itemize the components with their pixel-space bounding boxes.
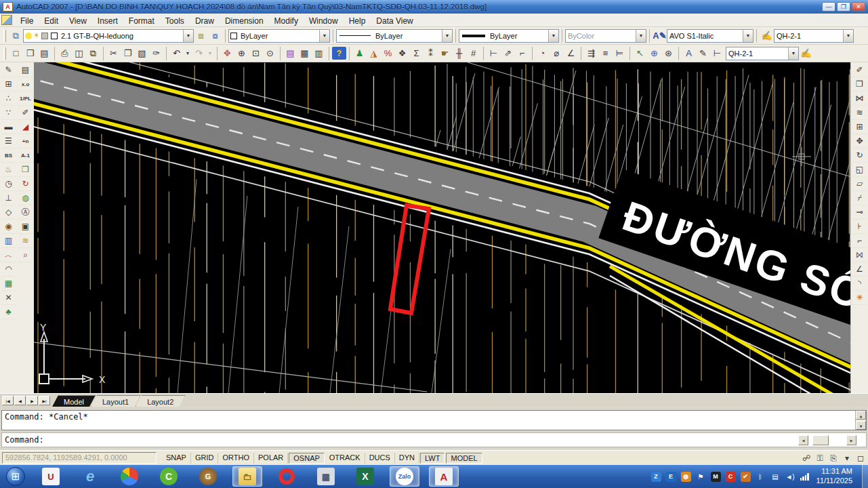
dim-linear-icon[interactable]: ⊢ xyxy=(487,46,501,60)
rotate-cw-icon[interactable]: ↻ xyxy=(18,177,33,191)
dim-style-dropdown[interactable]: ▼ xyxy=(843,30,853,42)
post-icon[interactable]: ⊥ xyxy=(1,191,16,205)
taskbar-unikey[interactable]: U xyxy=(36,466,66,487)
bs-tool[interactable]: BS xyxy=(1,148,16,163)
menu-tools[interactable]: Tools xyxy=(160,15,190,27)
dim-update-icon[interactable]: ✍ xyxy=(799,46,813,60)
tab-nav-last[interactable]: ▶| xyxy=(39,396,50,405)
cross-cut-icon[interactable]: ✕ xyxy=(1,291,16,305)
scroll-left-icon[interactable]: ◀ xyxy=(798,435,808,445)
trim-icon[interactable]: ⌿ xyxy=(852,191,867,205)
arc-tool-icon[interactable]: ◠ xyxy=(1,262,16,277)
menu-modify[interactable]: Modify xyxy=(269,15,304,27)
sigma-icon[interactable]: Σ xyxy=(409,46,423,60)
menu-draw[interactable]: Draw xyxy=(190,15,220,27)
edge-tray-icon[interactable]: E xyxy=(666,472,676,482)
grid-hash-icon[interactable]: # xyxy=(466,46,480,60)
taskbar-chrome[interactable] xyxy=(115,466,144,487)
cut-icon[interactable]: ✂ xyxy=(106,46,121,60)
notes-icon[interactable]: ▤ xyxy=(770,472,781,482)
tab-nav-prev[interactable]: ◀ xyxy=(14,396,26,405)
color-combo-dropdown[interactable]: ▼ xyxy=(319,30,329,42)
zoom-window-icon[interactable]: ⊡ xyxy=(249,46,263,60)
toolbar-lock-icon[interactable]: ⚿ xyxy=(814,453,825,463)
extend-icon[interactable]: ⊸ xyxy=(852,205,867,220)
defender-icon[interactable]: ✔ xyxy=(741,472,751,482)
dim-aligned-icon[interactable]: ⇗ xyxy=(501,46,515,60)
tab-layout1[interactable]: Layout1 xyxy=(91,395,140,407)
menu-help[interactable]: Help xyxy=(344,15,371,27)
dim-style-combo-2[interactable]: QH-2-1 ▼ xyxy=(726,47,799,60)
surveyor-icon[interactable]: ♟ xyxy=(352,46,367,60)
dim-style-2-dropdown[interactable]: ▼ xyxy=(788,47,798,60)
open-icon[interactable]: ❒ xyxy=(23,46,37,60)
book-icon[interactable]: ▥ xyxy=(1,234,16,248)
diamond-icon[interactable]: ◇ xyxy=(1,205,16,220)
explode-icon[interactable]: ✳ xyxy=(852,291,867,305)
toggle-snap[interactable]: SNAP xyxy=(162,453,191,464)
image-frame-icon[interactable]: ▣ xyxy=(18,220,33,234)
copy-icon[interactable]: ❐ xyxy=(852,77,867,92)
dim-style-icon[interactable]: ✍ xyxy=(760,28,774,43)
tab-nav-next[interactable]: ▶ xyxy=(26,396,38,405)
taskbar-coccoc[interactable]: C xyxy=(154,466,184,487)
rotate-icon[interactable]: ↻ xyxy=(852,148,867,163)
toggle-dyn[interactable]: DYN xyxy=(395,453,419,464)
xo-tool[interactable]: x.o xyxy=(18,77,33,92)
dim-center-icon[interactable]: ⊕ xyxy=(647,46,661,60)
letter-a-box-icon[interactable]: Ⓐ xyxy=(18,205,33,220)
frame-abc-icon[interactable]: ❖ xyxy=(395,46,409,60)
menu-file[interactable]: File xyxy=(15,15,39,27)
toggle-grid[interactable]: GRID xyxy=(191,453,219,464)
redo-dropdown-icon[interactable]: ▾ xyxy=(206,46,214,60)
save-icon[interactable]: ▤ xyxy=(37,46,51,60)
erase-icon[interactable]: ✐ xyxy=(852,63,867,77)
points-down-icon[interactable]: ∵ xyxy=(1,106,16,120)
action-center-icon[interactable]: ⚑ xyxy=(696,472,706,482)
taskbar-autocad[interactable]: A xyxy=(429,466,459,487)
undo-dropdown-icon[interactable]: ▾ xyxy=(184,46,192,60)
color-combo[interactable]: ByLayer ▼ xyxy=(228,29,330,43)
coordinate-readout[interactable]: 592856.7824, 1192589.4291, 0.0000 xyxy=(2,452,157,464)
move-icon[interactable]: ✥ xyxy=(852,134,867,148)
command-hscrollbar[interactable]: ◀ ▶ xyxy=(798,435,861,445)
tab-model[interactable]: Model xyxy=(52,395,96,407)
tab-nav-first[interactable]: |◀ xyxy=(2,396,14,405)
match-properties-icon[interactable]: ✑ xyxy=(149,46,163,60)
plot-icon[interactable]: ⎙ xyxy=(58,46,72,60)
menu-dimension[interactable]: Dimension xyxy=(220,15,269,27)
make-object-layer-current-icon[interactable]: ⧈ xyxy=(194,28,208,43)
asterisk-table-icon[interactable]: ⁑ xyxy=(423,46,438,60)
text-style-dropdown[interactable]: ▼ xyxy=(743,30,753,42)
menu-insert[interactable]: Insert xyxy=(92,15,123,27)
tray-arrow-icon[interactable]: ▾ xyxy=(842,453,852,463)
close-button[interactable]: ✕ xyxy=(852,2,865,12)
clock-icon[interactable]: ◷ xyxy=(1,177,16,191)
tree-icon[interactable]: ♣ xyxy=(1,305,16,319)
properties-palette-icon[interactable]: ▤ xyxy=(283,46,297,60)
menu-format[interactable]: Format xyxy=(123,15,160,27)
document-icon[interactable] xyxy=(1,15,12,25)
offset-icon[interactable]: ≋ xyxy=(852,106,867,120)
title-bar[interactable]: A AutoCAD 2007 - [D:\BAN DO BINH TAN\QUY… xyxy=(0,0,868,14)
toolbar-grip[interactable] xyxy=(3,47,6,60)
bluetooth-icon[interactable]: ᛒ xyxy=(756,472,766,482)
zoom-previous-icon[interactable]: ⊙ xyxy=(263,46,277,60)
redo-icon[interactable]: ↷ xyxy=(192,46,206,60)
plus-n-tool[interactable]: +n xyxy=(18,134,33,148)
dim-continue-icon[interactable]: ⊨ xyxy=(613,46,627,60)
sketch-pencil-icon[interactable]: ✎ xyxy=(1,63,16,77)
command-input[interactable]: Command: ◀ ▶ xyxy=(1,432,867,447)
plot-preview-icon[interactable]: ◫ xyxy=(72,46,86,60)
dim-style-combo[interactable]: QH-2-1 ▼ xyxy=(774,29,854,43)
zoom-realtime-icon[interactable]: ⊕ xyxy=(234,46,249,60)
taskbar-clock[interactable]: 11:31 AM 11/11/2025 xyxy=(814,467,858,486)
layer-combo-dropdown[interactable]: ▼ xyxy=(183,30,193,42)
bucket-icon[interactable]: ♨ xyxy=(1,163,16,177)
taskbar-internet-explorer[interactable]: e xyxy=(75,466,105,487)
taskbar-zalo[interactable]: Zalo xyxy=(390,466,419,487)
scroll-up-icon[interactable]: ▲ xyxy=(856,411,866,420)
tick-marks-icon[interactable]: ╫ xyxy=(452,46,466,60)
dim-baseline-icon[interactable]: ≡ xyxy=(598,46,613,60)
lineweight-combo[interactable]: ByLayer ▼ xyxy=(459,29,559,43)
